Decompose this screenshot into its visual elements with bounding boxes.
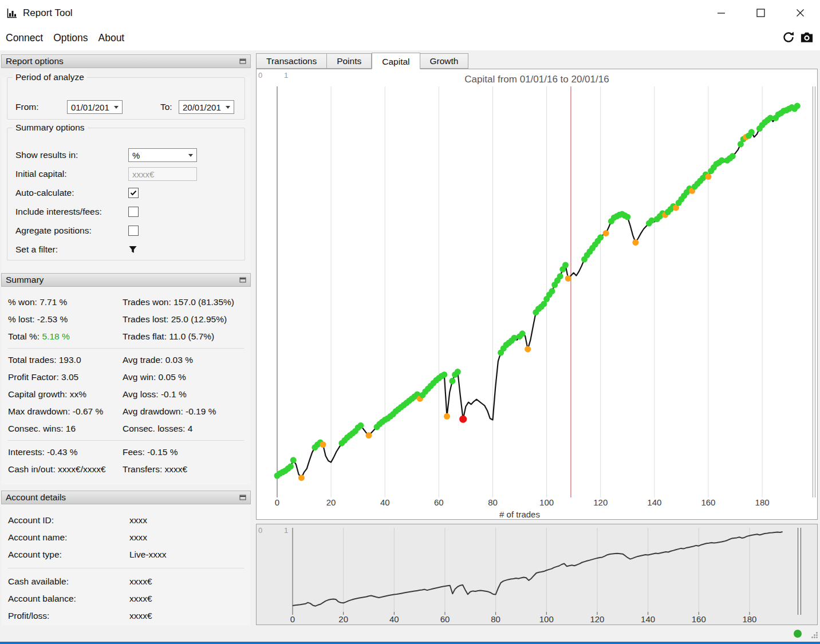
svg-text:140: 140 [641, 614, 655, 624]
tab-points[interactable]: Points [327, 53, 372, 69]
account-row: Account name:xxxx [1, 529, 251, 546]
statusbar [0, 625, 820, 642]
minimize-button[interactable] [701, 0, 741, 26]
account-details-body: Account ID:xxxx Account name:xxxx Accoun… [1, 504, 251, 635]
capital-chart[interactable]: 0 1 020406080100120140160180 Capital fro… [256, 69, 818, 520]
summary-row: Consec. wins: 16Consec. losses: 4 [1, 420, 251, 437]
dock-float-icon[interactable] [239, 275, 246, 285]
svg-text:0: 0 [275, 497, 279, 507]
tab-capital[interactable]: Capital [372, 53, 420, 69]
total-percent: Total %: 5.18 % [8, 331, 123, 342]
svg-text:40: 40 [380, 497, 390, 507]
auto-calculate-checkbox[interactable] [128, 188, 139, 198]
app-icon [6, 7, 18, 19]
svg-text:60: 60 [434, 497, 444, 507]
trades-lost: Trades lost: 25.0 (12.95%) [123, 314, 251, 325]
dock-float-icon[interactable] [239, 56, 246, 66]
svg-text:160: 160 [701, 497, 715, 507]
svg-text:80: 80 [491, 614, 500, 624]
maximize-button[interactable] [741, 0, 780, 26]
menubar: Connect Options About [0, 26, 820, 50]
summary-body: % won: 7.71 % Trades won: 157.0 (81.35%)… [1, 287, 251, 485]
titlebar: Report Tool [0, 0, 820, 26]
account-row: Profit/loss:xxxx€ [1, 607, 251, 625]
initial-capital-input[interactable] [128, 167, 197, 181]
close-button[interactable] [780, 0, 820, 26]
app-window: Report Tool Connect Options About [0, 0, 820, 644]
report-options-body: Period of analyze From: 01/01/201 To: 20… [1, 77, 251, 274]
funnel-icon [128, 245, 137, 254]
show-results-combo[interactable]: % [128, 148, 197, 162]
svg-text:40: 40 [389, 614, 399, 624]
summary-row: Total %: 5.18 % Trades flat: 11.0 (5.7%) [1, 328, 251, 345]
total-percent-label: Total %: [8, 331, 40, 341]
summary-panel: Summary % won: 7.71 % Trades won: 157.0 … [1, 273, 251, 485]
report-options-header[interactable]: Report options [1, 54, 251, 68]
menu-connect[interactable]: Connect [1, 29, 48, 48]
dock-float-icon[interactable] [239, 492, 246, 503]
svg-text:0: 0 [290, 614, 295, 624]
svg-text:160: 160 [692, 614, 706, 624]
svg-text:120: 120 [590, 614, 604, 624]
trades-won: Trades won: 157.0 (81.35%) [123, 297, 251, 307]
svg-text:140: 140 [647, 497, 661, 507]
summary-row: Interests: -0.43 %Fees: -0.15 % [1, 444, 251, 461]
pct-lost: % lost: -2.53 % [8, 314, 123, 325]
menu-options[interactable]: Options [48, 29, 93, 48]
set-filter-label: Set a filter: [15, 244, 128, 255]
total-percent-value: 5.18 % [42, 331, 69, 341]
connection-status-dot [794, 630, 802, 638]
svg-text:180: 180 [742, 614, 756, 624]
toolbar-icons [782, 26, 813, 50]
summary-row: % won: 7.71 % Trades won: 157.0 (81.35%) [1, 294, 251, 311]
svg-text:100: 100 [539, 497, 554, 507]
report-options-panel: Report options Period of analyze From: 0… [1, 54, 251, 274]
summary-row: Max drawdown: -0.67 %Avg drawdown: -0.19… [1, 403, 251, 420]
auto-calculate-label: Auto-calculate: [15, 188, 128, 198]
include-fees-checkbox[interactable] [128, 207, 139, 217]
overview-chart[interactable]: 0 1 020406080100120140160180 [256, 524, 818, 625]
tab-transactions[interactable]: Transactions [256, 53, 327, 69]
overview-chart-plot: 020406080100120140160180 [257, 524, 817, 625]
report-options-title: Report options [6, 56, 64, 66]
to-date-value: 20/01/201 [183, 102, 221, 112]
period-groupbox-title: Period of analyze [13, 72, 87, 82]
window-bottom-border [0, 642, 820, 644]
summary-row: Total trades: 193.0Avg trade: 0.03 % [1, 351, 251, 369]
menu-about[interactable]: About [93, 29, 130, 48]
chart-tabs: Transactions Points Capital Growth [256, 52, 468, 69]
to-label: To: [160, 102, 179, 112]
divider [8, 568, 244, 568]
trades-flat: Trades flat: 11.0 (5.7%) [123, 331, 251, 342]
summary-row: Profit Factor: 3.05Avg win: 0.05 % [1, 369, 251, 386]
to-date-combo[interactable]: 20/01/201 [179, 100, 234, 114]
account-row: Account ID:xxxx [1, 512, 251, 529]
initial-capital-label: Initial capital: [15, 169, 128, 179]
divider [8, 348, 244, 349]
divider [8, 440, 244, 441]
svg-text:180: 180 [755, 497, 770, 507]
check-icon [130, 190, 137, 196]
filter-button[interactable] [128, 245, 137, 254]
summary-row: Capital growth: xx%Avg loss: -0.1 % [1, 386, 251, 403]
summary-options-title: Summary options [13, 123, 88, 133]
tab-growth[interactable]: Growth [420, 53, 469, 69]
account-details-title: Account details [6, 492, 66, 503]
period-groupbox: Period of analyze From: 01/01/201 To: 20… [7, 77, 245, 120]
summary-header[interactable]: Summary [1, 273, 251, 287]
account-row: Cash available:xxxx€ [1, 573, 251, 590]
screenshot-camera-icon[interactable] [801, 31, 813, 45]
show-results-value: % [132, 151, 140, 160]
resize-grip[interactable] [811, 631, 818, 641]
svg-text:80: 80 [488, 497, 498, 507]
caption-buttons [701, 0, 820, 26]
svg-text:100: 100 [539, 614, 554, 624]
from-date-value: 01/01/201 [71, 102, 109, 112]
aggregate-positions-checkbox[interactable] [128, 226, 139, 236]
account-details-header[interactable]: Account details [1, 491, 251, 504]
from-label: From: [15, 102, 67, 112]
chart-title: Capital from 01/01/16 to 20/01/16 [257, 74, 817, 85]
from-date-combo[interactable]: 01/01/201 [67, 100, 123, 114]
refresh-icon[interactable] [782, 31, 795, 46]
svg-text:20: 20 [338, 614, 348, 624]
